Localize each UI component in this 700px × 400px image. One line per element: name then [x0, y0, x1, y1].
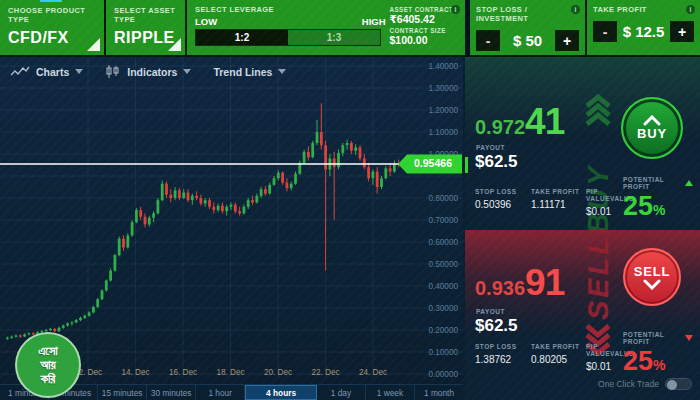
candle-body — [157, 200, 160, 213]
triangle-up-icon — [685, 180, 693, 186]
candle-body — [363, 158, 366, 167]
asset-type-label: SELECT ASSET TYPE — [114, 6, 177, 24]
chevron-down-icon — [642, 279, 662, 290]
promo-badge: এসো আয় করি — [15, 332, 81, 398]
percent-sign: % — [653, 202, 665, 218]
timeframe-4-hours[interactable]: 4 hours — [245, 385, 317, 400]
timeframe-15-minutes[interactable]: 15 minutes — [98, 385, 147, 400]
candle-body — [135, 210, 138, 222]
candle-body — [122, 239, 125, 248]
buy-potential-label: POTENTIAL PROFIT — [623, 176, 681, 190]
y-axis-tick-label: 0.20000 — [428, 326, 458, 335]
leverage-option-1-2[interactable]: 1:2 — [196, 30, 288, 45]
buy-button[interactable]: BUY — [621, 97, 683, 159]
buy-potential-profit: POTENTIAL PROFIT 25 % — [623, 176, 693, 222]
x-axis-date-label: 20. Dec — [264, 368, 292, 377]
candle-body — [105, 281, 108, 291]
candle-body — [174, 190, 177, 198]
topbar: CHOOSE PRODUCT TYPE CFD/FX SELECT ASSET … — [0, 0, 700, 57]
buy-stop-loss-value: 0.50396 — [475, 199, 516, 210]
candle-body — [307, 152, 310, 158]
sell-price: 0.93691 — [475, 262, 564, 304]
info-icon[interactable]: i — [686, 5, 695, 14]
candle-body — [178, 190, 181, 198]
y-axis-tick-label: 0.10000 — [428, 348, 458, 357]
indicators-menu[interactable]: Indicators — [105, 65, 191, 78]
buy-button-label: BUY — [637, 126, 667, 141]
timeframe-30-minutes[interactable]: 30 minutes — [147, 385, 196, 400]
asset-type-dropdown[interactable]: SELECT ASSET TYPE RIPPLE — [106, 0, 185, 55]
candle-body — [333, 158, 336, 167]
sell-button[interactable]: SELL — [623, 248, 681, 306]
candle-body — [58, 328, 61, 331]
candle-body — [53, 329, 56, 331]
candle-body — [376, 172, 379, 187]
leverage-option-1-3[interactable]: 1:3 — [288, 30, 380, 45]
take-profit-decrease-button[interactable]: - — [593, 21, 617, 42]
candle-body — [109, 271, 112, 281]
price-notch — [465, 157, 468, 173]
investment-decrease-button[interactable]: - — [476, 30, 500, 51]
info-icon[interactable]: i — [451, 5, 460, 14]
sell-payout-label: PAYOUT — [476, 308, 505, 315]
info-icon[interactable]: i — [571, 5, 580, 14]
candle-body — [148, 218, 151, 225]
candle-body — [49, 329, 52, 330]
candle-body — [277, 173, 280, 179]
sell-ghost-decoration: SELL — [581, 234, 615, 357]
buy-price-small: 0.972 — [475, 116, 525, 139]
y-axis-tick-label: 0.30000 — [428, 304, 458, 313]
sell-ghost-text: SELL — [582, 234, 615, 320]
triangle-down-icon — [685, 335, 693, 341]
candle-body — [311, 143, 314, 157]
chevron-up-icon — [642, 115, 662, 126]
candle-body — [92, 307, 95, 313]
x-axis-date-label: 22. Dec — [311, 368, 339, 377]
y-axis-tick-label: 1.30000 — [428, 84, 458, 93]
candle-body — [243, 207, 246, 214]
candle-body — [79, 318, 82, 320]
y-axis-tick-label: 1.10000 — [428, 128, 458, 137]
timeframe-1-month[interactable]: 1 month — [415, 385, 463, 400]
asset-contract-label: ASSET CONTRACT — [390, 6, 457, 13]
badge-line: আয় — [40, 358, 55, 372]
one-click-trade-toggle[interactable] — [665, 378, 692, 390]
trend-lines-menu-label: Trend Lines — [213, 66, 272, 78]
candle-body — [200, 198, 203, 204]
candle-body — [126, 235, 129, 247]
candle-body — [324, 145, 327, 169]
candle-body — [208, 200, 211, 207]
investment-increase-button[interactable]: + — [555, 30, 579, 51]
buy-take-profit-value: 1.11171 — [531, 199, 579, 210]
candle-body — [264, 189, 267, 193]
take-profit-increase-button[interactable]: + — [670, 21, 694, 42]
candle-body — [380, 178, 383, 187]
candle-body — [161, 184, 164, 201]
candle-body — [96, 299, 99, 307]
candle-body — [144, 217, 147, 225]
candle-body — [83, 316, 86, 318]
y-axis-tick-label: 0.40000 — [428, 282, 458, 291]
timeframe-1-hour[interactable]: 1 hour — [196, 385, 245, 400]
product-type-dropdown[interactable]: CHOOSE PRODUCT TYPE CFD/FX — [0, 0, 104, 55]
candle-body — [316, 132, 319, 143]
product-type-label: CHOOSE PRODUCT TYPE — [8, 6, 96, 24]
chevron-down-icon — [183, 69, 191, 74]
candle-body — [191, 196, 194, 200]
candlestick-icon — [105, 65, 121, 78]
stop-loss-investment-label: STOP LOSS / INVESTMENT — [476, 5, 579, 23]
candle-body — [341, 145, 344, 153]
leverage-high-label: HIGH — [362, 16, 386, 27]
sell-stop-loss-value: 1.38762 — [475, 354, 516, 365]
timeframe-1-day[interactable]: 1 day — [317, 385, 366, 400]
trading-app: CHOOSE PRODUCT TYPE CFD/FX SELECT ASSET … — [0, 0, 700, 400]
take-profit-box: TAKE PROFIT i - $ 12.5 + — [587, 0, 700, 55]
leverage-slider[interactable]: 1:2 1:3 — [195, 29, 381, 46]
timeframe-1-week[interactable]: 1 week — [366, 385, 415, 400]
indicators-menu-label: Indicators — [127, 66, 177, 78]
trend-lines-menu[interactable]: Trend Lines — [213, 66, 286, 78]
contract-info: ASSET CONTRACT ₹6405.42 CONTRACT SIZE $1… — [386, 5, 457, 48]
candle-body — [221, 206, 224, 212]
charts-menu[interactable]: Charts — [10, 66, 83, 78]
buy-payout-label: PAYOUT — [476, 144, 505, 151]
